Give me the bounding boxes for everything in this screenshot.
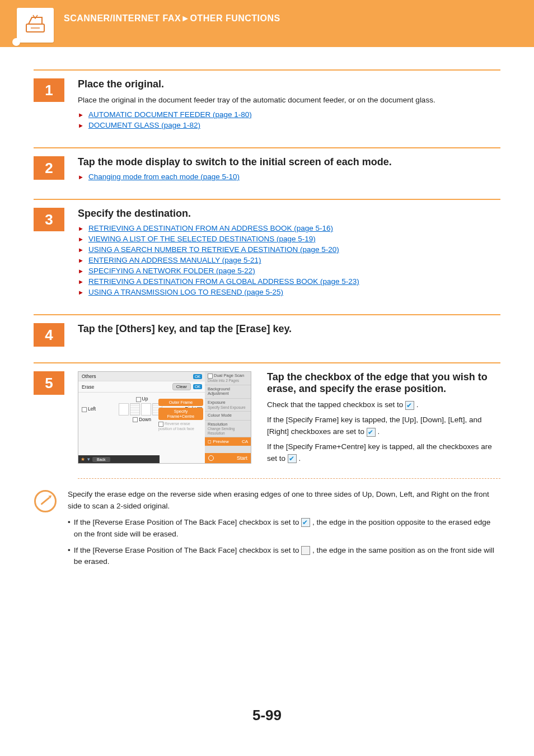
- link-network-folder[interactable]: SPECIFYING A NETWORK FOLDER (page 5-22): [88, 267, 255, 275]
- step5-p1: Check that the tapped checkbox is set to…: [267, 399, 500, 411]
- step5-p3: If the [Specify Frame+Centre] key is tap…: [267, 441, 500, 465]
- thumb-icon: [130, 403, 140, 416]
- reverse-back-checkbox[interactable]: [158, 422, 163, 427]
- thumb-icon: [119, 403, 129, 416]
- page-number: 5-99: [34, 707, 500, 724]
- dual-page-item[interactable]: Dual Page ScanDivide into 2 Pages: [205, 372, 251, 385]
- ok-badge[interactable]: OK: [193, 384, 202, 389]
- link-retrieve-address-book[interactable]: RETRIEVING A DESTINATION FROM AN ADDRESS…: [88, 224, 333, 232]
- step5-p2: If the [Specify Frame] key is tapped, th…: [267, 414, 500, 438]
- note-bullet-2: • If the [Reverse Erase Position of The …: [68, 545, 500, 568]
- outer-frame-button[interactable]: Outer Frame: [158, 399, 203, 406]
- link-enter-address-manual[interactable]: ENTERING AN ADDRESS MANUALLY (page 5-21): [88, 256, 261, 264]
- step-number: 4: [34, 323, 64, 347]
- start-button[interactable]: Start: [205, 453, 251, 463]
- link-changing-mode[interactable]: Changing mode from each mode (page 5-10): [88, 172, 240, 181]
- checked-checkbox-icon: [288, 454, 297, 463]
- down-label: Down: [139, 417, 151, 422]
- step-3: 3 Specify the destination. ►RETRIEVING A…: [34, 199, 500, 298]
- clear-button[interactable]: Clear: [172, 383, 191, 390]
- bg-adjust-item[interactable]: Background Adjustment: [205, 385, 251, 399]
- step-number: 5: [34, 371, 64, 395]
- step-number: 3: [34, 208, 64, 231]
- up-checkbox[interactable]: [136, 397, 141, 402]
- link-transmission-log[interactable]: USING A TRANSMISSION LOG TO RESEND (page…: [88, 288, 283, 296]
- empty-checkbox-icon: [301, 546, 310, 555]
- scanner-app-icon: [17, 8, 54, 43]
- ok-badge[interactable]: OK: [193, 374, 202, 379]
- arrow-icon: ►: [78, 111, 84, 118]
- step-title: Tap the mode display to switch to the in…: [78, 156, 500, 168]
- scanner-icon: [23, 13, 48, 38]
- left-checkbox[interactable]: [82, 407, 87, 412]
- chevron-down-icon[interactable]: ▾: [87, 456, 90, 462]
- arrow-icon: ►: [78, 246, 84, 253]
- link-search-number[interactable]: USING A SEARCH NUMBER TO RETRIEVE A DEST…: [88, 245, 339, 254]
- thumb-icon: [141, 403, 151, 416]
- start-icon: [208, 455, 214, 461]
- step-title: Tap the checkbox of the edge that you wi…: [267, 371, 500, 395]
- step-4: 4 Tap the [Others] key, and tap the [Era…: [34, 314, 500, 347]
- checked-checkbox-icon: [405, 401, 414, 410]
- back-button[interactable]: Back: [92, 457, 110, 462]
- resolution-item[interactable]: ResolutionChange Sending Resolution: [205, 421, 251, 438]
- arrow-icon: ►: [78, 236, 84, 242]
- link-view-selected-dest[interactable]: VIEWING A LIST OF THE SELECTED DESTINATI…: [88, 235, 316, 243]
- up-label: Up: [142, 396, 148, 402]
- ui-erase-row: Erase Clear OK: [78, 381, 205, 393]
- ui-others-row[interactable]: Others OK: [78, 372, 205, 381]
- link-auto-doc-feeder[interactable]: AUTOMATIC DOCUMENT FEEDER (page 1-80): [88, 110, 252, 119]
- star-icon[interactable]: ★: [81, 456, 85, 462]
- note-pencil-icon: [34, 490, 57, 512]
- link-global-address-book[interactable]: RETRIEVING A DESTINATION FROM A GLOBAL A…: [88, 277, 359, 286]
- breadcrumb: SCANNER/INTERNET FAX►OTHER FUNCTIONS: [64, 10, 280, 24]
- exposure-item[interactable]: ExposureSpecify Send Exposure: [205, 399, 251, 412]
- note-bullet-1: • If the [Reverse Erase Position of The …: [68, 517, 500, 540]
- arrow-icon: ►: [78, 289, 84, 296]
- dashed-separator: [78, 478, 500, 479]
- down-checkbox[interactable]: [133, 417, 138, 422]
- arrow-icon: ►: [78, 174, 84, 180]
- arrow-icon: ►: [78, 225, 84, 232]
- step-number: 1: [34, 78, 64, 102]
- reverse-back-label: Reverse erase position of back face: [158, 422, 203, 431]
- ui-erase-label: Erase: [82, 384, 94, 390]
- step-1: 1 Place the original. Place the original…: [34, 69, 500, 132]
- left-label: Left: [88, 406, 96, 412]
- step-description: Place the original in the document feede…: [78, 95, 500, 106]
- step-2: 2 Tap the mode display to switch to the …: [34, 147, 500, 183]
- ui-bottom-bar: ★ ▾ Back: [78, 455, 160, 463]
- arrow-icon: ►: [78, 122, 84, 129]
- checked-checkbox-icon: [367, 428, 376, 437]
- step-number: 2: [34, 156, 64, 180]
- step-title: Tap the [Others] key, and tap the [Erase…: [78, 323, 500, 335]
- note-intro: Specify the erase edge on the reverse si…: [68, 489, 500, 512]
- step-5: 5 Others OK Erase Clear OK: [34, 362, 500, 572]
- ui-others-label: Others: [82, 374, 96, 379]
- erase-screen-mock: Others OK Erase Clear OK Up: [78, 371, 251, 464]
- checked-checkbox-icon: [301, 518, 310, 527]
- ca-button[interactable]: CA: [242, 439, 248, 444]
- step-title: Place the original.: [78, 78, 500, 90]
- header-banner: SCANNER/INTERNET FAX►OTHER FUNCTIONS: [0, 0, 534, 47]
- arrow-icon: ►: [78, 268, 84, 274]
- link-document-glass[interactable]: DOCUMENT GLASS (page 1-82): [88, 121, 200, 129]
- arrow-icon: ►: [78, 278, 84, 285]
- specify-frame-centre-button[interactable]: Specify Frame+Centre: [158, 408, 203, 420]
- preview-bar[interactable]: ◻ Preview CA: [205, 437, 251, 446]
- arrow-icon: ►: [78, 257, 84, 264]
- colour-mode-item[interactable]: Colour Mode: [205, 412, 251, 421]
- step-title: Specify the destination.: [78, 208, 500, 220]
